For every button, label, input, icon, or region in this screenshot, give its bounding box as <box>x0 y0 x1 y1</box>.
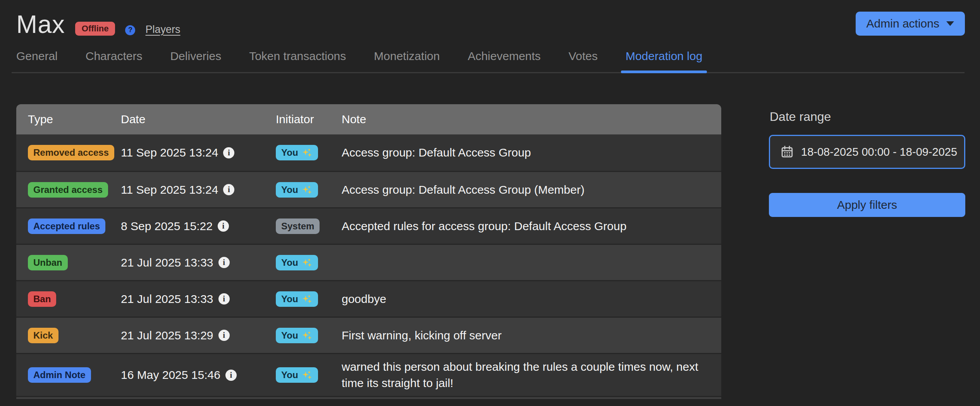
table-row: Ban 21 Jul 2025 13:33 i You goodbye <box>16 280 721 317</box>
initiator-cell: You <box>276 328 342 343</box>
date-range-label: Date range <box>770 110 965 124</box>
type-badge: Unban <box>28 255 68 270</box>
initiator-cell: You <box>276 182 342 198</box>
column-header-note: Note <box>342 113 710 126</box>
tab-general[interactable]: General <box>12 50 62 72</box>
info-icon[interactable]: i <box>225 370 237 381</box>
note-text: warned this person about breaking the ru… <box>342 359 710 391</box>
admin-actions-button[interactable]: Admin actions <box>856 12 965 36</box>
note-text: First warning, kicking off server <box>342 327 710 344</box>
table-row: Admin Note 16 May 2025 15:46 i You warne… <box>16 353 721 396</box>
table-row: Kick 21 Jul 2025 13:29 i You First warni… <box>16 317 721 353</box>
sparkles-icon <box>302 184 313 195</box>
date-text: 21 Jul 2025 13:33 <box>121 256 213 269</box>
initiator-badge: You <box>276 291 318 307</box>
info-icon[interactable]: i <box>218 220 229 232</box>
initiator-badge: You <box>276 255 318 270</box>
note-text: Accepted rules for access group: Default… <box>342 218 710 234</box>
column-header-initiator: Initiator <box>276 113 342 126</box>
chevron-down-icon <box>946 21 954 26</box>
initiator-label: You <box>281 294 298 304</box>
status-badge: Offline <box>75 22 115 36</box>
type-cell: Accepted rules <box>28 218 121 234</box>
type-cell: Kick <box>28 328 121 343</box>
table-row: Accepted rules 8 Sep 2025 15:22 i System… <box>16 207 721 244</box>
type-badge: Admin Note <box>28 367 91 383</box>
info-icon[interactable]: i <box>218 257 230 268</box>
table-header: Type Date Initiator Note <box>16 104 721 134</box>
initiator-badge: System <box>276 218 320 234</box>
info-icon[interactable]: i <box>223 147 234 158</box>
date-text: 11 Sep 2025 13:24 <box>121 146 218 159</box>
type-cell: Removed access <box>28 145 121 160</box>
tab-characters[interactable]: Characters <box>81 50 147 72</box>
table-row: Granted access 11 Sep 2025 13:24 i You A… <box>16 171 721 207</box>
table-row: Unban 21 Jul 2025 13:33 i You <box>16 244 721 280</box>
info-icon[interactable]: i <box>218 330 230 341</box>
initiator-label: You <box>281 257 298 268</box>
info-icon[interactable]: i <box>223 184 234 195</box>
note-text: Access group: Default Access Group <box>342 145 710 161</box>
initiator-cell: You <box>276 145 342 160</box>
initiator-cell: System <box>276 218 342 234</box>
date-text: 11 Sep 2025 13:24 <box>121 183 218 196</box>
date-text: 8 Sep 2025 15:22 <box>121 220 213 233</box>
initiator-badge: You <box>276 145 318 160</box>
type-badge: Accepted rules <box>28 218 105 234</box>
apply-filters-button[interactable]: Apply filters <box>769 193 965 217</box>
date-cell: 11 Sep 2025 13:24 i <box>121 183 276 196</box>
type-cell: Admin Note <box>28 367 121 383</box>
calendar-icon <box>780 145 794 159</box>
type-cell: Unban <box>28 255 121 270</box>
date-cell: 8 Sep 2025 15:22 i <box>121 220 276 233</box>
page-title: Max <box>16 12 65 37</box>
date-cell: 11 Sep 2025 13:24 i <box>121 146 276 159</box>
type-badge: Removed access <box>28 145 114 160</box>
date-range-value: 18-08-2025 00:00 - 18-09-2025 00:00 <box>801 146 959 158</box>
column-header-type: Type <box>28 113 121 126</box>
tab-deliveries[interactable]: Deliveries <box>165 50 226 72</box>
type-badge: Ban <box>28 291 56 307</box>
type-badge: Granted access <box>28 182 108 198</box>
initiator-badge: You <box>276 367 318 383</box>
tab-token-transactions[interactable]: Token transactions <box>244 50 351 72</box>
tab-votes[interactable]: Votes <box>564 50 602 72</box>
date-text: 16 May 2025 15:46 <box>121 368 220 382</box>
players-link[interactable]: Players <box>145 24 180 36</box>
initiator-cell: You <box>276 291 342 307</box>
date-text: 21 Jul 2025 13:29 <box>121 329 213 342</box>
tab-bar: GeneralCharactersDeliveriesToken transac… <box>12 50 965 73</box>
date-cell: 21 Jul 2025 13:29 i <box>121 329 276 342</box>
sparkles-icon <box>302 294 313 304</box>
date-range-input[interactable]: 18-08-2025 00:00 - 18-09-2025 00:00 <box>769 135 965 169</box>
type-cell: Granted access <box>28 182 121 198</box>
initiator-label: You <box>281 330 298 341</box>
info-icon[interactable]: i <box>218 293 230 304</box>
tab-achievements[interactable]: Achievements <box>463 50 545 72</box>
sparkles-icon <box>302 330 313 341</box>
main-content: Type Date Initiator Note Removed access … <box>16 104 965 399</box>
date-text: 21 Jul 2025 13:33 <box>121 292 213 306</box>
initiator-badge: You <box>276 182 318 198</box>
tab-monetization[interactable]: Monetization <box>369 50 444 72</box>
type-cell: Ban <box>28 291 121 307</box>
sparkles-icon <box>302 147 313 158</box>
initiator-label: System <box>281 221 314 232</box>
note-text: Access group: Default Access Group (Memb… <box>342 182 710 198</box>
help-icon[interactable]: ? <box>125 25 135 35</box>
table-row: Removed access 11 Sep 2025 13:24 i You A… <box>16 134 721 171</box>
tab-moderation-log[interactable]: Moderation log <box>621 50 707 72</box>
column-header-date: Date <box>121 113 276 126</box>
filters-panel: Date range 18-08-2025 00:00 - 18-09-2025… <box>769 104 965 217</box>
moderation-log-table: Type Date Initiator Note Removed access … <box>16 104 721 399</box>
initiator-label: You <box>281 370 298 380</box>
initiator-label: You <box>281 184 298 195</box>
date-cell: 21 Jul 2025 13:33 i <box>121 256 276 269</box>
initiator-cell: You <box>276 255 342 270</box>
sparkles-icon <box>302 257 313 268</box>
type-badge: Kick <box>28 328 58 343</box>
initiator-label: You <box>281 147 298 158</box>
table-row-partial <box>16 396 721 399</box>
page-header: Max Offline ? Players Admin actions <box>0 0 980 40</box>
date-cell: 16 May 2025 15:46 i <box>121 368 276 382</box>
